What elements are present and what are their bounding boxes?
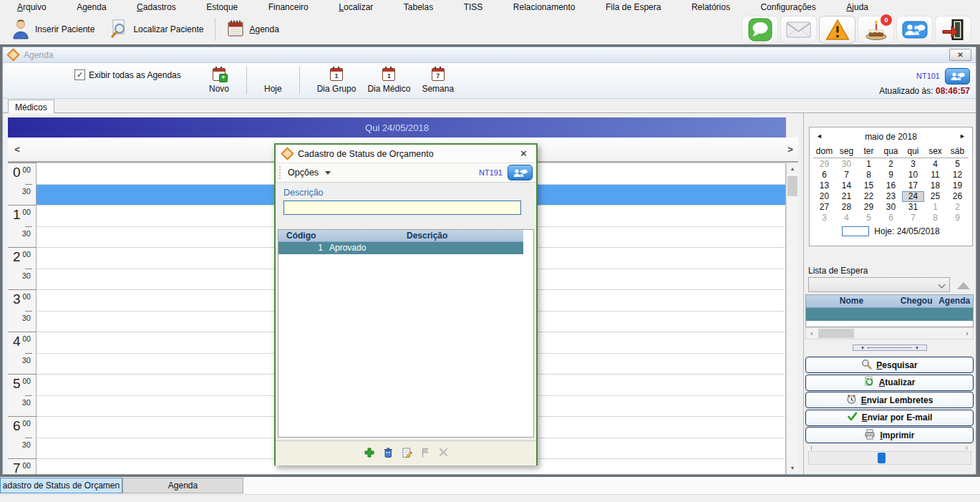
status-table-row[interactable]: 1Aprovado xyxy=(278,242,523,254)
calendar-day[interactable]: 16 xyxy=(880,180,902,191)
toolbar-grip-handle[interactable] xyxy=(279,166,281,179)
waitlist-col-agenda[interactable]: Agenda xyxy=(936,295,973,307)
calendar-day[interactable]: 11 xyxy=(924,170,946,180)
calendar-day[interactable]: 7 xyxy=(835,170,858,180)
contacts-icon[interactable] xyxy=(896,16,933,44)
waitlist-dropdown[interactable] xyxy=(808,277,950,292)
imprimir-button[interactable]: Imprimir xyxy=(805,427,974,443)
menu-ajuda[interactable]: Ajuda xyxy=(842,1,873,14)
atualizar-button[interactable]: Atualizar xyxy=(805,375,974,391)
calendar-day[interactable]: 23 xyxy=(880,191,902,202)
calendar-day[interactable]: 5 xyxy=(858,213,880,223)
prev-month-icon[interactable]: ◄ xyxy=(816,132,823,140)
schedule-vertical-scrollbar[interactable]: ▲ ▼ xyxy=(786,163,798,474)
birthday-icon[interactable]: 0 xyxy=(858,16,894,44)
calendar-day[interactable]: 6 xyxy=(813,170,835,180)
calendar-day[interactable]: 29 xyxy=(858,202,880,213)
calendar-day[interactable]: 25 xyxy=(924,191,946,202)
calendar-day[interactable]: 9 xyxy=(946,213,969,223)
novo-button[interactable]: +Novo xyxy=(203,67,235,95)
calendar-day[interactable]: 1 xyxy=(924,202,946,213)
scroll-down-icon[interactable]: ▼ xyxy=(787,462,798,474)
calendar-day[interactable]: 5 xyxy=(946,159,969,170)
calendar-day[interactable]: 2 xyxy=(880,159,902,170)
calendar-day[interactable]: 10 xyxy=(902,170,924,180)
chat-icon[interactable] xyxy=(742,16,778,44)
edit-icon[interactable] xyxy=(401,447,412,460)
options-menu-button[interactable]: Opções xyxy=(288,168,331,178)
calendar-day[interactable]: 1 xyxy=(858,159,880,170)
locate-patient-button[interactable]: Localizar Paciente xyxy=(102,16,210,43)
exit-icon[interactable] xyxy=(935,16,971,44)
calendar-day[interactable]: 2 xyxy=(946,202,969,213)
calendar-day[interactable]: 12 xyxy=(946,170,969,180)
waitlist-horizontal-scrollbar[interactable]: ‹ › xyxy=(805,327,974,339)
calendar-day[interactable]: 4 xyxy=(924,159,946,170)
add-icon[interactable] xyxy=(364,447,375,460)
agenda-close-button[interactable]: ✕ xyxy=(949,49,971,61)
calendar-day[interactable]: 30 xyxy=(880,202,902,213)
calendar-day[interactable]: 14 xyxy=(835,180,858,191)
zoom-slider[interactable] xyxy=(808,451,971,465)
calendar-day[interactable]: 3 xyxy=(813,213,835,223)
menu-tiss[interactable]: TISS xyxy=(460,1,487,14)
calendar-day[interactable]: 19 xyxy=(946,180,969,191)
menu-tabelas[interactable]: Tabelas xyxy=(399,1,437,14)
panel-splitter-handle[interactable]: ▼ ▼ xyxy=(853,344,927,351)
dia-grupo-button[interactable]: 1Dia Grupo xyxy=(311,67,362,95)
menu-financeiro[interactable]: Financeiro xyxy=(264,1,313,14)
warning-icon[interactable] xyxy=(819,16,855,44)
scrollbar-thumb[interactable] xyxy=(818,329,854,338)
calendar-day[interactable]: 15 xyxy=(858,180,880,191)
scroll-left-icon[interactable]: ‹ xyxy=(806,328,818,339)
pesquisar-button[interactable]: Pesquisar xyxy=(805,357,974,373)
calendar-day[interactable]: 29 xyxy=(813,159,835,170)
calendar-day[interactable]: 9 xyxy=(880,170,902,180)
enviar-lembretes-button[interactable]: Enviar Lembretes xyxy=(805,392,974,408)
collapse-up-icon[interactable] xyxy=(957,282,970,289)
hoje-button[interactable]: Hoje xyxy=(258,82,288,95)
menu-localizar[interactable]: Localizar xyxy=(334,1,377,14)
calendar-day[interactable]: 20 xyxy=(813,191,835,202)
agenda-button[interactable]: Agenda xyxy=(220,17,286,42)
show-all-agendas-checkbox[interactable]: ✓ xyxy=(74,69,85,80)
insert-patient-button[interactable]: Inserir Paciente xyxy=(4,16,102,44)
slider-thumb[interactable] xyxy=(878,453,886,463)
menu-estoque[interactable]: Estoque xyxy=(202,1,242,14)
calendar-day[interactable]: 8 xyxy=(858,170,880,180)
semana-button[interactable]: 7Semana xyxy=(416,67,460,95)
contacts-icon[interactable] xyxy=(945,68,970,85)
calendar-day[interactable]: 31 xyxy=(902,202,924,213)
calendar-day[interactable]: 13 xyxy=(813,180,835,191)
scroll-left-button[interactable]: < xyxy=(11,140,24,158)
delete-icon[interactable] xyxy=(382,447,394,460)
calendar-day-selected[interactable]: 24 xyxy=(902,191,924,202)
taskbar-tab-adastro-de-status-de-orcamen[interactable]: adastro de Status de Orçamen xyxy=(0,478,122,493)
calendar-day[interactable]: 22 xyxy=(858,191,880,202)
descricao-input[interactable] xyxy=(283,201,521,215)
menu-arquivo[interactable]: Arquivo xyxy=(13,1,51,14)
enviar-por-e-mail-button[interactable]: Enviar por E-mail xyxy=(805,410,974,426)
mail-icon[interactable] xyxy=(780,16,817,44)
calendar-day[interactable]: 26 xyxy=(946,191,969,202)
scroll-up-icon[interactable]: ▲ xyxy=(787,163,798,175)
calendar-day[interactable]: 17 xyxy=(902,180,924,191)
scrollbar-thumb[interactable] xyxy=(787,176,797,196)
calendar-day[interactable]: 4 xyxy=(835,213,858,223)
taskbar-tab-agenda[interactable]: Agenda xyxy=(122,478,243,493)
waitlist-col-nome[interactable]: Nome xyxy=(806,295,897,307)
menu-agenda[interactable]: Agenda xyxy=(72,1,110,14)
waitlist-col-chegou[interactable]: Chegou xyxy=(897,295,936,307)
calendar-day[interactable]: 6 xyxy=(880,213,902,223)
waitlist-selected-row[interactable] xyxy=(806,308,973,321)
scroll-right-button[interactable]: > xyxy=(784,140,797,158)
tab-medicos[interactable]: Médicos xyxy=(8,100,54,114)
contacts-icon[interactable] xyxy=(508,165,533,180)
dia-medico-button[interactable]: 1Dia Médico xyxy=(362,67,416,95)
calendar-day[interactable]: 18 xyxy=(924,180,946,191)
menu-relatorios[interactable]: Relatórios xyxy=(687,1,734,14)
menu-cadastros[interactable]: Cadastros xyxy=(132,1,180,14)
calendar-day[interactable]: 7 xyxy=(902,213,924,223)
calendar-day[interactable]: 27 xyxy=(813,202,835,213)
menu-fila-de-espera[interactable]: Fila de Espera xyxy=(601,1,665,14)
